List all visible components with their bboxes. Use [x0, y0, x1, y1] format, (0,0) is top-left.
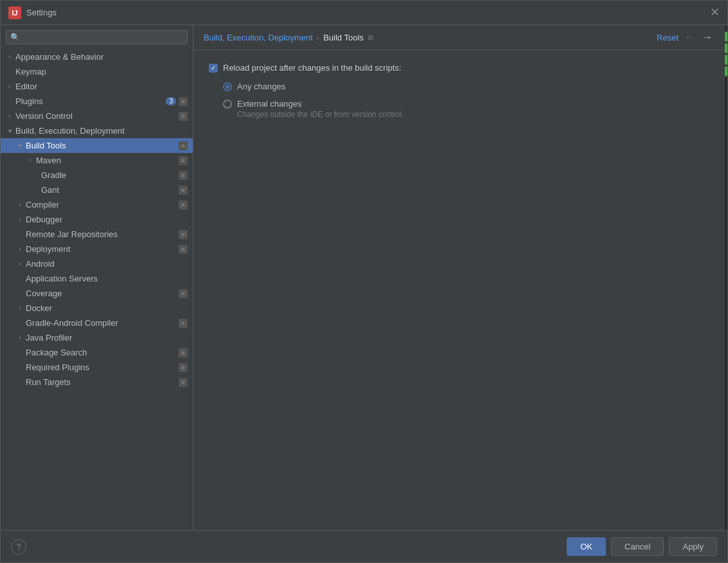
sidebar-item-plugins[interactable]: Plugins 3 ≡ — [1, 94, 193, 109]
chevron-icon — [31, 172, 39, 179]
chevron-icon — [16, 349, 24, 357]
chevron-icon — [6, 98, 13, 105]
any-changes-radio-button[interactable] — [223, 82, 232, 91]
sidebar-item-gradle[interactable]: Gradle ≡ — [1, 168, 193, 183]
sidebar-item-keymap[interactable]: Keymap — [1, 64, 193, 79]
sidebar-item-maven[interactable]: › Maven ≡ — [1, 153, 193, 168]
gradle-android-icon: ≡ — [179, 319, 188, 328]
search-box[interactable]: 🔍 — [6, 30, 188, 44]
chevron-icon: › — [16, 260, 24, 268]
chevron-down-icon: ▾ — [6, 127, 13, 135]
chevron-icon: › — [16, 201, 24, 209]
sidebar-item-coverage[interactable]: Coverage ≡ — [1, 286, 193, 301]
external-changes-label: External changes — [237, 99, 301, 109]
search-input[interactable] — [22, 33, 183, 42]
footer-left: ? — [11, 539, 26, 555]
sidebar-item-android[interactable]: › Android — [1, 256, 193, 271]
forward-button[interactable]: → — [700, 31, 715, 43]
external-changes-radio[interactable]: External changes — [223, 99, 709, 109]
dialog-footer: ? OK Cancel Apply — [1, 530, 727, 562]
sidebar-item-package-search[interactable]: Package Search ≡ — [1, 345, 193, 360]
chevron-icon: › — [6, 112, 13, 120]
panel-header: Build, Execution, Deployment › Build Too… — [193, 25, 725, 50]
run-targets-icon: ≡ — [179, 378, 188, 387]
sidebar-item-deployment[interactable]: › Deployment ≡ — [1, 242, 193, 256]
version-control-icon: ≡ — [179, 112, 188, 121]
chevron-down-icon: ▾ — [16, 142, 24, 150]
sidebar-item-compiler[interactable]: › Compiler ≡ — [1, 197, 193, 212]
chevron-icon: › — [6, 83, 13, 91]
sidebar-item-version-control[interactable]: › Version Control ≡ — [1, 109, 193, 123]
sidebar-item-remote-jar[interactable]: Remote Jar Repositories ≡ — [1, 227, 193, 242]
compiler-icon: ≡ — [179, 201, 188, 210]
header-actions: Reset ← → — [657, 31, 715, 43]
sidebar-item-run-targets[interactable]: Run Targets ≡ — [1, 375, 193, 389]
ok-button[interactable]: OK — [567, 537, 606, 556]
any-changes-label: Any changes — [237, 82, 285, 91]
breadcrumb: Build, Execution, Deployment › Build Too… — [204, 33, 657, 42]
any-changes-radio[interactable]: Any changes — [223, 82, 709, 91]
external-changes-radio-button[interactable] — [223, 100, 232, 109]
chevron-icon — [16, 290, 24, 298]
back-button[interactable]: ← — [682, 31, 697, 43]
chevron-icon — [6, 68, 13, 76]
plugins-badge: 3 — [166, 97, 176, 105]
sidebar-item-debugger[interactable]: › Debugger — [1, 212, 193, 227]
help-button[interactable]: ? — [11, 539, 26, 555]
sidebar-item-gradle-android[interactable]: Gradle-Android Compiler ≡ — [1, 316, 193, 330]
title-bar: IJ Settings ✕ — [1, 1, 727, 25]
sidebar-item-build-tools[interactable]: ▾ Build Tools ≡ — [1, 138, 193, 153]
chevron-icon: › — [16, 305, 24, 312]
app-icon: IJ — [8, 6, 21, 19]
close-button[interactable]: ✕ — [710, 6, 720, 18]
sidebar-item-gant[interactable]: Gant ≡ — [1, 183, 193, 197]
package-search-icon: ≡ — [179, 348, 188, 357]
chevron-icon: › — [26, 157, 34, 165]
required-plugins-icon: ≡ — [179, 363, 188, 372]
radio-group: Any changes External changes Changes out… — [223, 82, 709, 119]
gradle-icon: ≡ — [179, 171, 188, 180]
chevron-icon: › — [16, 246, 24, 253]
breadcrumb-separator: › — [317, 33, 319, 42]
accent-dot-3 — [725, 55, 727, 65]
chevron-icon — [16, 319, 24, 327]
sidebar-item-editor[interactable]: › Editor — [1, 79, 193, 94]
deployment-icon: ≡ — [179, 245, 188, 254]
reset-button[interactable]: Reset — [657, 33, 679, 42]
dialog-title: Settings — [26, 8, 57, 17]
sidebar-item-docker[interactable]: › Docker — [1, 301, 193, 316]
chevron-icon — [16, 364, 24, 371]
settings-dialog: IJ Settings ✕ 🔍 › Appearance & Behavior — [0, 0, 728, 563]
chevron-icon — [16, 231, 24, 238]
chevron-icon — [16, 379, 24, 386]
nav-tree: › Appearance & Behavior Keymap › Editor … — [1, 48, 193, 530]
reload-label: Reload project after changes in the buil… — [223, 63, 402, 73]
right-accent-bar — [725, 25, 727, 530]
breadcrumb-parent[interactable]: Build, Execution, Deployment — [204, 33, 313, 42]
chevron-icon: › — [16, 216, 24, 224]
accent-dot-2 — [725, 43, 727, 53]
remote-jar-icon: ≡ — [179, 230, 188, 239]
gant-icon: ≡ — [179, 186, 188, 195]
cancel-button[interactable]: Cancel — [611, 537, 664, 556]
plugins-settings-icon: ≡ — [179, 97, 188, 106]
chevron-icon: › — [16, 334, 24, 342]
breadcrumb-icon: ⊞ — [368, 33, 373, 42]
sidebar-item-java-profiler[interactable]: › Java Profiler — [1, 330, 193, 345]
sidebar-item-build-execution[interactable]: ▾ Build, Execution, Deployment — [1, 123, 193, 138]
external-changes-option: External changes Changes outside the IDE… — [223, 99, 709, 119]
sidebar-item-app-servers[interactable]: Application Servers — [1, 271, 193, 286]
apply-button[interactable]: Apply — [669, 537, 717, 556]
main-panel: Build, Execution, Deployment › Build Too… — [193, 25, 725, 530]
search-icon: 🔍 — [10, 33, 20, 42]
chevron-icon — [31, 186, 39, 194]
reload-section: Reload project after changes in the buil… — [209, 63, 709, 73]
chevron-icon — [16, 275, 24, 283]
any-changes-option: Any changes — [223, 82, 709, 91]
sidebar-item-appearance[interactable]: › Appearance & Behavior — [1, 49, 193, 64]
breadcrumb-current: Build Tools — [323, 33, 364, 42]
sidebar-item-required-plugins[interactable]: Required Plugins ≡ — [1, 360, 193, 375]
accent-dot-1 — [725, 31, 727, 42]
reload-checkbox[interactable] — [209, 64, 218, 73]
chevron-icon: › — [6, 53, 13, 61]
